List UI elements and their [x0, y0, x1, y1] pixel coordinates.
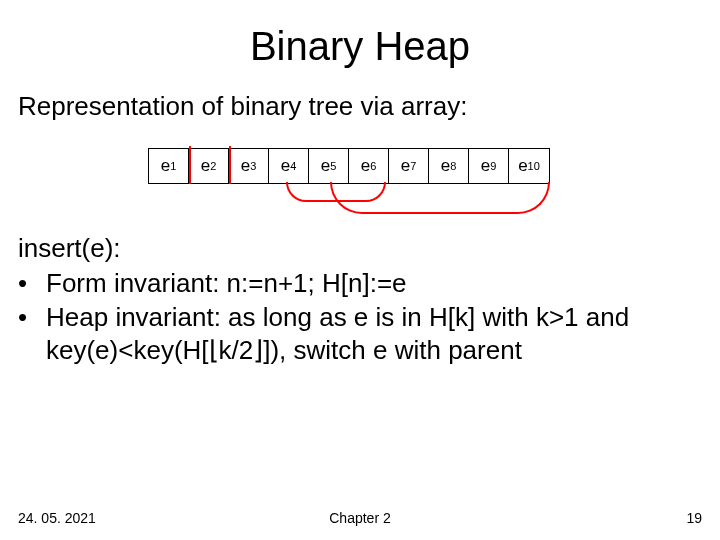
array-cell-9: e9 — [469, 149, 509, 183]
array-diagram: e1 e2 e3 e4 e5 e6 e7 e8 e9 e10 — [0, 148, 720, 232]
insert-label: insert(e): — [18, 232, 708, 265]
bullet-2-text: Heap invariant: as long as e is in H[k] … — [46, 301, 708, 368]
footer: 24. 05. 2021 Chapter 2 19 — [0, 510, 720, 526]
marker-line-2 — [229, 146, 231, 184]
array-cell-4: e4 — [269, 149, 309, 183]
arc-2 — [330, 182, 550, 214]
bullet-2: • Heap invariant: as long as e is in H[k… — [18, 301, 708, 368]
array-cell-2: e2 — [189, 149, 229, 183]
bullet-icon: • — [18, 267, 46, 300]
array-cell-6: e6 — [349, 149, 389, 183]
array-row: e1 e2 e3 e4 e5 e6 e7 e8 e9 e10 — [148, 148, 550, 184]
bullet-1-text: Form invariant: n:=n+1; H[n]:=e — [46, 267, 407, 300]
array-cell-10: e10 — [509, 149, 549, 183]
bullet-icon: • — [18, 301, 46, 368]
array-cell-1: e1 — [149, 149, 189, 183]
bullet-1: • Form invariant: n:=n+1; H[n]:=e — [18, 267, 708, 300]
marker-line-1 — [189, 146, 191, 184]
array-cell-8: e8 — [429, 149, 469, 183]
body-text: insert(e): • Form invariant: n:=n+1; H[n… — [0, 232, 720, 367]
array-cell-3: e3 — [229, 149, 269, 183]
array-cell-5: e5 — [309, 149, 349, 183]
array-cell-7: e7 — [389, 149, 429, 183]
footer-chapter: Chapter 2 — [0, 510, 720, 526]
slide-title: Binary Heap — [0, 0, 720, 91]
slide-subtitle: Representation of binary tree via array: — [0, 91, 720, 148]
